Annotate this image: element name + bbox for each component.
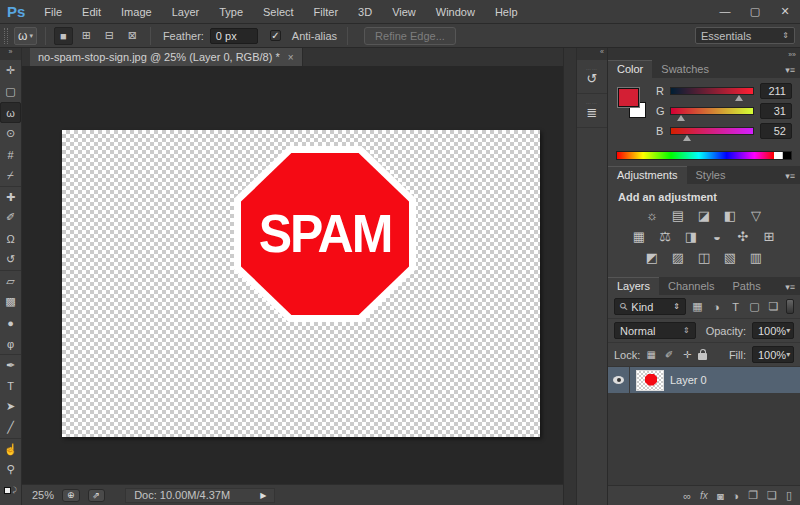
shape-filter-icon[interactable]: ▢ [747, 300, 762, 313]
threshold-icon[interactable]: ◫ [696, 250, 712, 265]
lock-position-icon[interactable]: ✛ [680, 349, 694, 360]
tab-styles[interactable]: Styles [687, 167, 735, 184]
workspace-switcher[interactable]: Essentials ⇕ [695, 27, 795, 44]
smart-object-filter-icon[interactable]: ❏ [766, 300, 781, 313]
adjustment-filter-icon[interactable]: ◑ [709, 301, 724, 313]
layer-visibility-cell[interactable] [608, 367, 630, 393]
maximize-button[interactable]: ▢ [740, 2, 770, 21]
green-slider-thumb[interactable] [677, 115, 685, 121]
link-layers-icon[interactable]: ∞ [683, 490, 691, 502]
menu-type[interactable]: Type [209, 2, 253, 22]
vibrance-icon[interactable]: ▽ [748, 208, 764, 223]
brightness-contrast-icon[interactable]: ☼ [644, 208, 660, 223]
menu-file[interactable]: File [34, 2, 72, 22]
document-canvas[interactable]: SPAM [62, 130, 540, 437]
status-flyout-icon[interactable]: ▶ [260, 491, 266, 500]
layer-mask-icon[interactable]: ◙ [717, 490, 724, 502]
red-slider-thumb[interactable] [735, 95, 743, 101]
filter-toggle-switch[interactable] [786, 299, 794, 314]
menu-edit[interactable]: Edit [72, 2, 111, 22]
blur-tool[interactable]: ● [0, 312, 21, 333]
canvas-pasteboard[interactable]: SPAM [22, 66, 563, 484]
blend-mode-dropdown[interactable]: Normal ⇕ [614, 322, 696, 339]
type-filter-icon[interactable]: T [728, 301, 743, 313]
layer-thumbnail[interactable] [637, 371, 663, 390]
curves-icon[interactable]: ◪ [696, 208, 712, 223]
spot-healing-brush-tool[interactable]: ✚ [0, 186, 21, 207]
new-selection-button[interactable]: ■ [54, 27, 73, 45]
tab-swatches[interactable]: Swatches [652, 61, 718, 78]
layers-list-empty-area[interactable] [608, 393, 800, 485]
move-tool[interactable]: ✛ [0, 60, 21, 81]
line-tool[interactable]: ╱ [0, 417, 21, 438]
opacity-dropdown[interactable]: 100% ▾ [752, 322, 794, 339]
pen-tool[interactable]: ✒ [0, 354, 21, 375]
subtract-from-selection-button[interactable]: ⊟ [100, 27, 119, 45]
lock-pixels-icon[interactable]: ✐ [662, 349, 676, 360]
lasso-tool[interactable]: ω [0, 102, 21, 123]
share-icon[interactable]: ⇗ [88, 489, 106, 502]
menu-3d[interactable]: 3D [348, 2, 382, 22]
crop-tool[interactable]: # [0, 144, 21, 165]
rectangular-marquee-tool[interactable]: ▢ [0, 81, 21, 102]
close-tab-icon[interactable]: × [288, 52, 294, 63]
path-selection-tool[interactable]: ➤ [0, 396, 21, 417]
delete-layer-icon[interactable]: ▯ [786, 489, 792, 502]
black-white-icon[interactable]: ◨ [683, 229, 699, 244]
quick-selection-tool[interactable]: ⊙ [0, 123, 21, 144]
properties-panel-button[interactable]: ⋯⋯ ≣ [577, 94, 607, 128]
feather-input[interactable]: 0 px [210, 28, 258, 44]
pixel-filter-icon[interactable]: ▦ [690, 300, 705, 313]
hue-saturation-icon[interactable]: ▦ [631, 229, 647, 244]
tab-channels[interactable]: Channels [659, 278, 723, 295]
blue-value-field[interactable]: 52 [760, 123, 792, 139]
color-spectrum-ramp[interactable] [616, 151, 792, 160]
foreground-background-swatches[interactable]: ⤸ [0, 480, 21, 500]
eyedropper-tool[interactable]: ⌿ [0, 165, 21, 186]
minimize-button[interactable]: — [710, 2, 740, 21]
blue-slider-thumb[interactable] [683, 135, 691, 141]
exposure-icon[interactable]: ◧ [722, 208, 738, 223]
dodge-tool[interactable]: φ [0, 333, 21, 354]
menu-window[interactable]: Window [426, 2, 485, 22]
new-layer-icon[interactable]: ❏ [767, 489, 777, 502]
menu-layer[interactable]: Layer [162, 2, 210, 22]
lock-transparency-icon[interactable]: ▦ [644, 349, 658, 360]
channel-mixer-icon[interactable]: ✣ [735, 229, 751, 244]
menu-select[interactable]: Select [253, 2, 304, 22]
hand-tool[interactable]: ☝ [0, 438, 21, 459]
menu-filter[interactable]: Filter [304, 2, 348, 22]
toolbar-collapse-button[interactable]: » [0, 48, 21, 60]
clone-stamp-tool[interactable]: Ω [0, 228, 21, 249]
status-icon[interactable]: ⊕ [62, 489, 80, 502]
vertical-scrollbar[interactable] [563, 48, 576, 505]
layer-name[interactable]: Layer 0 [670, 374, 707, 386]
type-tool[interactable]: T [0, 375, 21, 396]
blue-slider[interactable] [670, 127, 754, 135]
levels-icon[interactable]: ▤ [670, 208, 686, 223]
zoom-tool[interactable]: ⚲ [0, 459, 21, 480]
invert-icon[interactable]: ◩ [644, 250, 660, 265]
doc-size-field[interactable]: Doc: 10.00M/4.37M ▶ [125, 488, 275, 503]
green-slider[interactable] [670, 107, 754, 115]
panel-menu-icon[interactable]: ▾≡ [785, 282, 800, 295]
lock-all-icon[interactable] [698, 353, 707, 360]
document-tab[interactable]: no-spam-stop-sign.jpg @ 25% (Layer 0, RG… [30, 48, 303, 66]
layer-row-layer0[interactable]: Layer 0 [608, 367, 800, 393]
posterize-icon[interactable]: ▨ [670, 250, 686, 265]
gradient-tool[interactable]: ▩ [0, 291, 21, 312]
history-panel-button[interactable]: ⋯⋯ ↺ [577, 60, 607, 94]
eraser-tool[interactable]: ▱ [0, 270, 21, 291]
color-lookup-icon[interactable]: ⊞ [761, 229, 777, 244]
green-value-field[interactable]: 31 [760, 103, 792, 119]
zoom-level-field[interactable]: 25% [32, 489, 54, 501]
anti-alias-checkbox[interactable]: ✓ [270, 30, 281, 41]
menu-image[interactable]: Image [111, 2, 162, 22]
tab-color[interactable]: Color [608, 60, 652, 78]
history-brush-tool[interactable]: ↺ [0, 249, 21, 270]
layer-effects-icon[interactable]: fx [700, 490, 708, 501]
red-value-field[interactable]: 211 [760, 83, 792, 99]
refine-edge-button[interactable]: Refine Edge... [364, 27, 456, 45]
current-tool-preset[interactable]: ω ▾ [14, 27, 37, 45]
fill-dropdown[interactable]: 100% ▾ [752, 346, 794, 363]
